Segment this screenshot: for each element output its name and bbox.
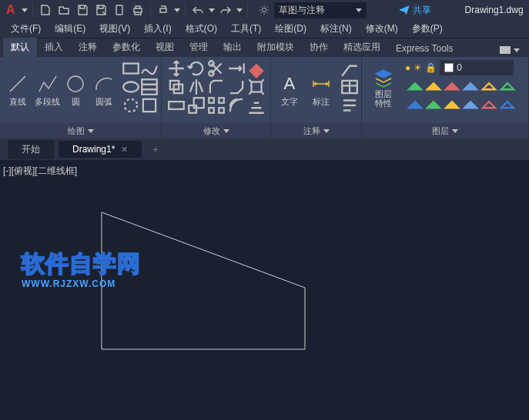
menu-view[interactable]: 视图(V)	[93, 20, 136, 38]
menu-modify[interactable]: 修改(M)	[360, 20, 404, 38]
tab-output[interactable]: 输出	[216, 38, 249, 57]
app-menu-dropdown[interactable]	[22, 8, 28, 12]
print-dropdown[interactable]	[174, 8, 180, 12]
panel-modify: 修改	[162, 57, 271, 138]
tab-manage[interactable]: 管理	[182, 38, 216, 57]
polyline-button[interactable]: 多段线	[35, 60, 60, 108]
redo-dropdown[interactable]	[236, 8, 243, 12]
ribbon-options[interactable]	[494, 43, 526, 57]
layer-lock-icon[interactable]	[442, 78, 462, 95]
chevron-down-icon[interactable]	[452, 129, 458, 133]
layer-properties-button[interactable]: 图层 特性	[367, 60, 400, 108]
align-icon[interactable]	[246, 97, 266, 114]
circle-button[interactable]: 圆	[65, 60, 86, 108]
mirror-icon[interactable]	[186, 78, 206, 95]
line-button[interactable]: 直线	[5, 60, 30, 108]
tab-annotate[interactable]: 注释	[71, 38, 105, 57]
open-icon[interactable]	[56, 2, 72, 18]
redo-icon[interactable]	[218, 2, 233, 18]
layer-selector[interactable]: 0	[440, 60, 514, 75]
tab-featured[interactable]: 精选应用	[336, 38, 388, 57]
trim-icon[interactable]	[206, 60, 226, 77]
tab-express[interactable]: Express Tools	[388, 40, 460, 57]
print-icon[interactable]	[156, 2, 171, 18]
sun-icon[interactable]: ☀	[413, 62, 422, 73]
explode-icon[interactable]	[246, 78, 266, 95]
tab-addins[interactable]: 附加模块	[249, 38, 302, 57]
scale-icon[interactable]	[186, 97, 206, 114]
polygon-icon[interactable]	[121, 97, 141, 114]
tab-drawing1[interactable]: Drawing1* ✕	[59, 141, 142, 158]
layer-freeze-icon[interactable]	[424, 78, 444, 95]
tab-start[interactable]: 开始	[8, 140, 54, 159]
viewport-label[interactable]: [-][俯视][二维线框]	[3, 165, 77, 178]
text-button[interactable]: A文字	[276, 60, 303, 108]
region-icon[interactable]	[139, 97, 159, 114]
close-icon[interactable]: ✕	[121, 145, 128, 155]
array-icon[interactable]	[206, 97, 226, 114]
hatch-icon[interactable]	[139, 78, 159, 95]
menu-parametric[interactable]: 参数(P)	[406, 20, 449, 38]
chevron-down-icon[interactable]	[323, 129, 330, 133]
tab-collaborate[interactable]: 协作	[302, 38, 336, 57]
mtext-icon[interactable]	[340, 97, 360, 114]
erase-icon[interactable]	[246, 60, 266, 77]
menu-insert[interactable]: 插入(I)	[138, 20, 177, 38]
leader-icon[interactable]	[340, 60, 360, 77]
lock-icon[interactable]: 🔒	[425, 62, 437, 73]
drawing-canvas[interactable]: [-][俯视][二维线框] 软件自学网 WWW.RJZXW.COM	[0, 160, 529, 420]
workspace-selector[interactable]: 草图与注释	[274, 2, 367, 18]
tab-view[interactable]: 视图	[148, 38, 182, 57]
table-icon[interactable]	[340, 78, 360, 95]
save-icon[interactable]	[75, 2, 90, 18]
layer-match-icon[interactable]	[479, 78, 499, 95]
layer-c-icon[interactable]	[442, 97, 462, 114]
gear-icon[interactable]	[259, 5, 270, 15]
bulb-icon[interactable]: ●	[405, 62, 410, 73]
extend-icon[interactable]	[226, 60, 246, 77]
menu-edit[interactable]: 编辑(E)	[49, 20, 92, 38]
layer-iso-icon[interactable]	[460, 78, 480, 95]
chevron-down-icon[interactable]	[88, 129, 94, 133]
undo-dropdown[interactable]	[209, 8, 215, 12]
offset-icon[interactable]	[226, 97, 246, 114]
move-icon[interactable]	[166, 60, 186, 77]
rectangle-icon[interactable]	[121, 60, 141, 77]
dimension-button[interactable]: 标注	[308, 60, 336, 108]
ellipse-icon[interactable]	[121, 78, 141, 95]
rotate-icon[interactable]	[186, 60, 206, 77]
menu-draw[interactable]: 绘图(D)	[269, 20, 313, 38]
arc-button[interactable]: 圆弧	[91, 60, 116, 108]
layer-d-icon[interactable]	[460, 97, 480, 114]
layer-f-icon[interactable]	[497, 97, 517, 114]
tab-parametric[interactable]: 参数化	[105, 38, 148, 57]
svg-point-1	[262, 8, 266, 12]
layer-off-icon[interactable]	[405, 78, 425, 95]
fillet-icon[interactable]	[206, 78, 226, 95]
layer-a-icon[interactable]	[405, 97, 425, 114]
menu-format[interactable]: 格式(O)	[179, 20, 223, 38]
copy-icon[interactable]	[166, 78, 186, 95]
tab-insert[interactable]: 插入	[37, 38, 71, 57]
saveas-icon[interactable]	[93, 2, 109, 18]
stretch-icon[interactable]	[166, 97, 186, 114]
layer-b-icon[interactable]	[424, 97, 444, 114]
layer-e-icon[interactable]	[479, 97, 499, 114]
menu-file[interactable]: 文件(F)	[5, 20, 47, 38]
layer-prev-icon[interactable]	[497, 78, 517, 95]
chevron-down-icon[interactable]	[223, 129, 229, 133]
plot-icon[interactable]	[130, 2, 146, 18]
spline-icon[interactable]	[139, 60, 159, 77]
web-mobile-icon[interactable]	[112, 2, 127, 18]
new-tab-button[interactable]: ＋	[146, 143, 165, 156]
workspace-label: 草图与注释	[279, 4, 325, 17]
chamfer-icon[interactable]	[226, 78, 246, 95]
new-icon[interactable]	[38, 2, 53, 18]
share-button[interactable]: 共享	[399, 4, 431, 17]
menu-dimension[interactable]: 标注(N)	[314, 20, 358, 38]
menu-tools[interactable]: 工具(T)	[225, 20, 267, 38]
app-icon[interactable]: A	[3, 3, 18, 17]
tab-default[interactable]: 默认	[3, 38, 37, 57]
svg-rect-3	[123, 64, 139, 74]
undo-icon[interactable]	[190, 2, 206, 18]
